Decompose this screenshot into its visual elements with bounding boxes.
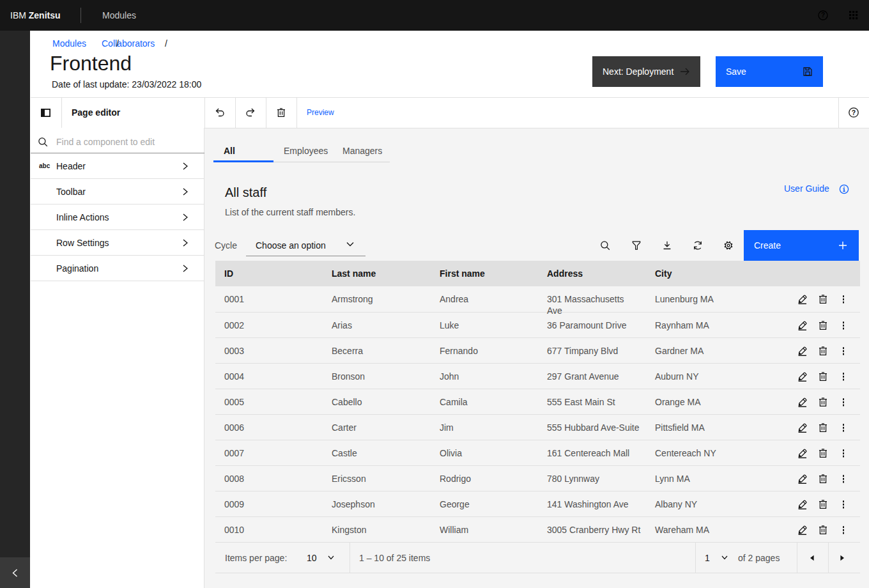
svg-text:?: ? — [852, 109, 856, 116]
svg-text:?: ? — [821, 12, 825, 19]
